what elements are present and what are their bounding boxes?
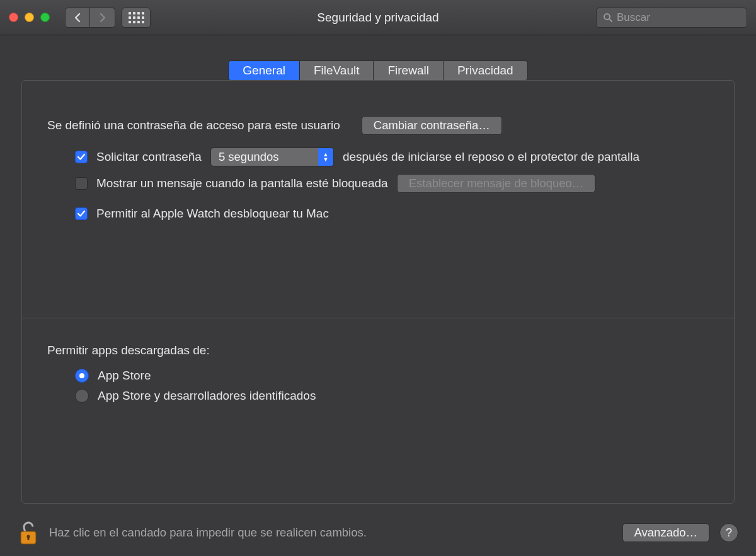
- advanced-button[interactable]: Avanzado…: [622, 523, 709, 542]
- tab-general[interactable]: General: [229, 61, 300, 80]
- allow-apps-appstore-radio[interactable]: [75, 369, 89, 383]
- change-password-button[interactable]: Cambiar contraseña…: [362, 116, 502, 135]
- tab-bar: General FileVault Firewall Privacidad: [21, 61, 735, 81]
- forward-button[interactable]: [90, 8, 115, 28]
- show-lock-message-checkbox[interactable]: [75, 177, 88, 190]
- lock-button[interactable]: [18, 519, 39, 547]
- allow-apps-title: Permitir apps descargadas de:: [47, 344, 210, 357]
- set-lock-message-button[interactable]: Establecer mensaje de bloqueo…: [397, 174, 596, 193]
- window-controls: [9, 13, 50, 22]
- allow-apps-identified-radio[interactable]: [75, 389, 89, 403]
- footer: Haz clic en el candado para impedir que …: [0, 509, 756, 556]
- apple-watch-unlock-label: Permitir al Apple Watch desbloquear tu M…: [96, 207, 329, 221]
- popup-arrows-icon: ▲▼: [318, 148, 333, 166]
- unlocked-padlock-icon: [18, 519, 39, 547]
- titlebar: Seguridad y privacidad: [0, 0, 756, 35]
- svg-line-1: [609, 19, 612, 21]
- allow-apps-appstore-label: App Store: [98, 369, 151, 383]
- apple-watch-unlock-checkbox[interactable]: [75, 207, 88, 220]
- require-password-checkbox[interactable]: [75, 151, 88, 163]
- search-input[interactable]: [617, 11, 740, 24]
- chevron-left-icon: [74, 13, 81, 23]
- show-lock-message-label: Mostrar un mensaje cuando la pantalla es…: [96, 177, 388, 190]
- require-password-delay-value: 5 segundos: [219, 150, 279, 164]
- show-all-button[interactable]: [122, 8, 151, 28]
- password-defined-label: Se definió una contraseña de acceso para…: [47, 119, 340, 132]
- search-icon: [603, 13, 613, 23]
- checkmark-icon: [77, 153, 86, 161]
- zoom-window-button[interactable]: [40, 13, 50, 22]
- general-panel: Se definió una contraseña de acceso para…: [21, 80, 735, 504]
- content-area: General FileVault Firewall Privacidad Se…: [0, 35, 756, 504]
- nav-buttons: [65, 8, 115, 28]
- back-button[interactable]: [65, 8, 90, 28]
- tab-filevault[interactable]: FileVault: [300, 61, 374, 80]
- require-password-after-label: después de iniciarse el reposo o el prot…: [343, 150, 639, 164]
- minimize-window-button[interactable]: [25, 13, 34, 22]
- allow-apps-identified-label: App Store y desarrolladores identificado…: [98, 389, 316, 403]
- tab-firewall[interactable]: Firewall: [374, 61, 443, 80]
- chevron-right-icon: [99, 13, 106, 23]
- lock-hint-label: Haz clic en el candado para impedir que …: [49, 526, 367, 540]
- section-divider: [22, 318, 734, 318]
- grid-icon: [129, 12, 144, 23]
- search-field[interactable]: [596, 8, 747, 28]
- require-password-label: Solicitar contraseña: [96, 150, 202, 164]
- svg-rect-5: [28, 536, 30, 540]
- tab-privacy[interactable]: Privacidad: [444, 61, 527, 80]
- close-window-button[interactable]: [9, 13, 18, 22]
- checkmark-icon: [77, 209, 86, 218]
- help-button[interactable]: ?: [719, 523, 738, 542]
- require-password-delay-popup[interactable]: 5 segundos ▲▼: [210, 148, 334, 166]
